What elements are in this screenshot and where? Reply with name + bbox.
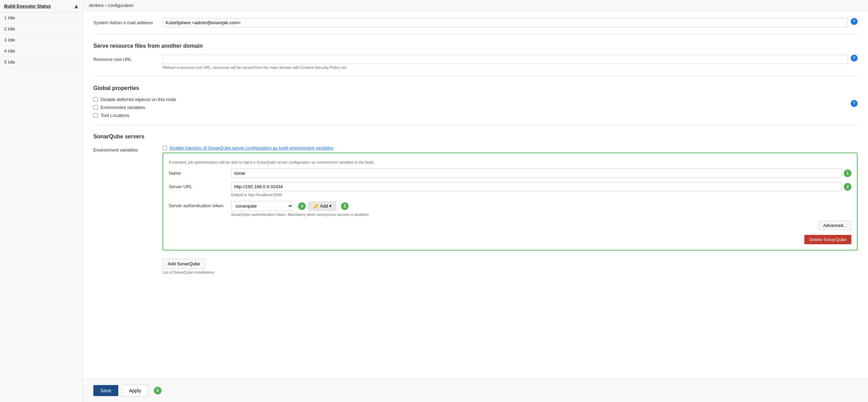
resource-url-hint: Without a resource root URL, resources w… [163,65,848,70]
apply-button[interactable]: Apply [122,385,148,396]
sonar-name-input[interactable] [231,168,842,178]
resource-url-row: Resource root URL Without a resource roo… [93,55,858,70]
sidebar-header[interactable]: Build Executor Status ▲ [0,0,83,12]
env-variables-label: Environment variables [101,105,145,110]
sonar-url-badge: 2 [844,183,851,191]
sonar-add-badge: 3 [341,202,349,210]
serve-resource-title: Serve resource files from another domain [93,43,858,49]
sysadmin-help-icon[interactable]: ? [851,18,858,25]
main-panel: Jenkins › configuration System Admin e-m… [83,0,868,402]
env-variables-row: Environment variables [93,105,858,110]
resource-url-control: Without a resource root URL, resources w… [163,55,848,70]
sonar-name-badge: 1 [844,170,851,177]
sonar-url-control: 2 Default is http://localhost:9000 [231,182,851,197]
sidebar-item-3: 3 Idle [0,35,83,46]
tool-locations-label: Tool Locations [101,113,129,118]
env-variables-checkbox[interactable] [93,105,98,110]
sonar-url-input[interactable] [231,182,842,191]
sysadmin-row: System Admin e-mail address ? [93,18,858,27]
sonar-token-control: sonarqube 4 🔑 Add ▾ 3 SonarQube a [231,201,851,217]
sidebar-item-4: 4 Idle [0,46,83,57]
sonar-env-hint: If checked, job administrators will be a… [169,160,851,164]
sidebar-item-2: 2 Idle [0,24,83,35]
tool-locations-checkbox[interactable] [93,113,98,118]
sonarqube-section: SonarQube servers Environment variables … [93,125,858,274]
sonar-actions-row: Advanced... [169,221,851,230]
resource-url-input[interactable] [163,55,848,64]
sonar-url-hint: Default is http://localhost:9000 [231,193,851,197]
breadcrumb: Jenkins › configuration [83,0,868,11]
sonar-env-control: Enable injection of SonarQube server con… [163,145,858,274]
footer: Save Apply 5 [83,379,868,402]
disable-wipeout-label: Disable deferred wipeout on this node [101,97,176,102]
breadcrumb-configuration: configuration [108,3,133,8]
sonarqube-title: SonarQube servers [93,134,858,140]
sonar-token-select-badge: 4 [298,202,306,210]
sonar-url-label: Server URL [169,182,231,189]
resource-url-label: Resource root URL [93,55,163,62]
token-row: sonarqube 4 🔑 Add ▾ 3 [231,201,851,211]
sonarqube-box: If checked, job administrators will be a… [163,153,858,250]
global-props-help-icon[interactable]: ? [851,100,858,107]
sonar-add-button[interactable]: 🔑 Add ▾ [308,201,336,211]
sonar-name-row: Name 1 [169,168,851,178]
apply-badge: 5 [154,387,161,394]
sonar-name-control: 1 [231,168,851,178]
resource-url-help-icon[interactable]: ? [851,55,858,62]
serve-resource-section: Serve resource files from another domain… [93,34,858,70]
sysadmin-label: System Admin e-mail address [93,18,163,25]
add-sonar-wrap: Add SonarQube List of SonarQube installa… [163,255,858,274]
sidebar: Build Executor Status ▲ 1 Idle 2 Idle 3 … [0,0,83,402]
sidebar-item-5: 5 Idle [0,57,83,68]
sonar-env-checkbox[interactable] [163,146,167,150]
global-props-title: Global properties [93,85,858,91]
sonar-env-row: Environment variables Enable injection o… [93,145,858,274]
breadcrumb-jenkins[interactable]: Jenkins [89,3,104,8]
sonar-name-label: Name [169,168,231,176]
sonar-token-select[interactable]: sonarqube [231,201,293,211]
sonar-list-hint: List of SonarQube installations [163,270,858,274]
global-props-section: Global properties Disable deferred wipeo… [93,76,858,118]
tool-locations-row: Tool Locations [93,113,858,118]
sonar-url-row: Server URL 2 Default is http://localhost… [169,182,851,197]
advanced-button[interactable]: Advanced... [819,221,851,230]
content-area: System Admin e-mail address ? Serve reso… [83,11,868,379]
sonar-token-hint: SonarQube authentication token. Mandator… [231,212,851,217]
key-icon: 🔑 [313,203,318,209]
sonar-env-checkbox-label: Enable injection of SonarQube server con… [170,145,333,150]
disable-wipeout-checkbox[interactable] [93,97,98,102]
add-sonarqube-button[interactable]: Add SonarQube [163,259,205,269]
collapse-icon[interactable]: ▲ [74,3,79,9]
sonar-token-label: Server authentication token [169,201,231,208]
disable-wipeout-row: Disable deferred wipeout on this node [93,97,858,102]
sonar-token-row: Server authentication token sonarqube 4 … [169,201,851,217]
sonar-delete-row: Delete SonarQube [169,233,851,244]
breadcrumb-sep: › [105,3,107,8]
sidebar-item-1: 1 Idle [0,12,83,24]
sysadmin-control [163,18,848,27]
build-executor-status-label: Build Executor Status [4,3,51,9]
sonar-env-label: Environment variables [93,145,163,153]
save-button[interactable]: Save [93,385,118,396]
add-btn-label: Add ▾ [320,203,332,209]
delete-sonarqube-button[interactable]: Delete SonarQube [804,235,851,244]
sysadmin-input[interactable] [163,18,848,27]
